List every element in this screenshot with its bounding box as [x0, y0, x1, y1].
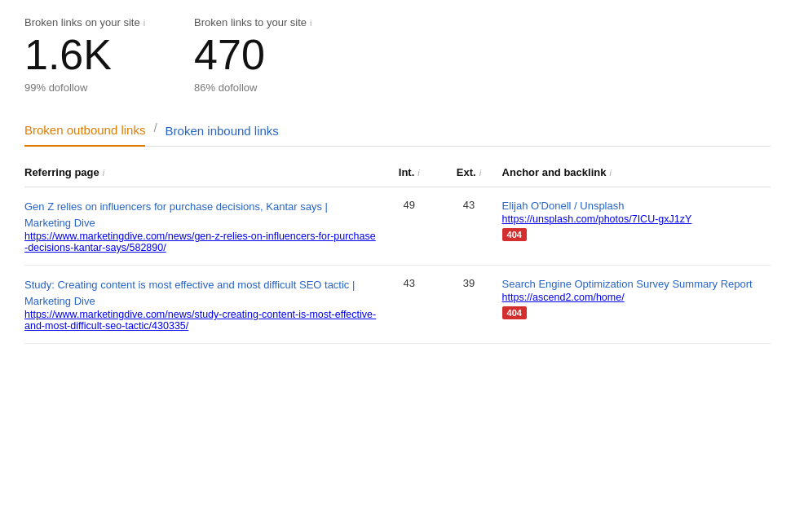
- cell-ext: 43: [442, 187, 501, 266]
- th-anchor: Anchor and backlink i: [502, 160, 771, 187]
- badge-404: 404: [502, 228, 527, 241]
- table-row: Study: Creating content is most effectiv…: [24, 266, 771, 344]
- stat-left-label: Broken links on your site i: [24, 16, 145, 29]
- th-int-info[interactable]: i: [417, 168, 419, 178]
- th-ext-info[interactable]: i: [479, 168, 481, 178]
- referring-url-link[interactable]: https://www.marketingdive.com/news/study…: [24, 309, 376, 332]
- th-anchor-info[interactable]: i: [609, 168, 611, 178]
- stat-left-sub: 99% dofollow: [24, 81, 145, 94]
- stat-broken-links-on-site: Broken links on your site i 1.6K 99% dof…: [24, 16, 145, 94]
- anchor-url[interactable]: https://unsplash.com/photos/7ICU-gxJ1zY: [502, 213, 764, 225]
- anchor-text[interactable]: Search Engine Optimization Survey Summar…: [502, 277, 764, 292]
- referring-page-link[interactable]: Study: Creating content is most effectiv…: [24, 279, 355, 307]
- tab-broken-inbound[interactable]: Broken inbound links: [166, 117, 279, 146]
- broken-links-table: Referring page i Int. i Ext. i Anchor an…: [24, 160, 771, 344]
- referring-url-link[interactable]: https://www.marketingdive.com/news/gen-z…: [24, 231, 376, 253]
- referring-page-link[interactable]: Gen Z relies on influencers for purchase…: [24, 200, 328, 229]
- stats-row: Broken links on your site i 1.6K 99% dof…: [24, 16, 771, 94]
- badge-404: 404: [502, 306, 527, 319]
- stat-left-value: 1.6K: [24, 32, 145, 78]
- tab-row: Broken outbound links / Broken inbound l…: [24, 117, 771, 147]
- th-int: Int. i: [382, 160, 442, 187]
- referring-url[interactable]: https://www.marketingdive.com/news/gen-z…: [24, 231, 376, 253]
- stat-right-info-icon[interactable]: i: [310, 18, 311, 28]
- th-ext: Ext. i: [442, 160, 501, 187]
- cell-referring-page: Study: Creating content is most effectiv…: [24, 266, 382, 344]
- stat-right-label: Broken links to your site i: [194, 16, 311, 29]
- cell-referring-page: Gen Z relies on influencers for purchase…: [24, 187, 382, 266]
- th-referring-page: Referring page i: [24, 160, 382, 187]
- anchor-url-link[interactable]: https://unsplash.com/photos/7ICU-gxJ1zY: [502, 213, 692, 225]
- tab-broken-outbound[interactable]: Broken outbound links: [24, 117, 145, 147]
- anchor-url-link[interactable]: https://ascend2.com/home/: [502, 292, 625, 303]
- referring-link-text[interactable]: Study: Creating content is most effectiv…: [24, 277, 376, 309]
- cell-anchor: Search Engine Optimization Survey Summar…: [502, 266, 771, 344]
- referring-link-text[interactable]: Gen Z relies on influencers for purchase…: [24, 199, 376, 231]
- cell-int: 49: [382, 187, 442, 266]
- referring-url[interactable]: https://www.marketingdive.com/news/study…: [24, 309, 376, 332]
- stat-left-info-icon[interactable]: i: [144, 18, 145, 28]
- table-row: Gen Z relies on influencers for purchase…: [24, 187, 771, 266]
- stat-right-sub: 86% dofollow: [194, 81, 311, 94]
- stat-right-value: 470: [194, 32, 311, 78]
- stat-right-label-text: Broken links to your site: [194, 16, 307, 29]
- stat-broken-links-to-site: Broken links to your site i 470 86% dofo…: [194, 16, 311, 94]
- stat-left-label-text: Broken links on your site: [24, 16, 140, 29]
- th-referring-info[interactable]: i: [103, 168, 104, 178]
- cell-anchor: Elijah O'Donell / Unsplash https://unspl…: [502, 187, 771, 266]
- cell-ext: 39: [442, 266, 501, 344]
- tab-separator: /: [153, 121, 157, 143]
- anchor-url[interactable]: https://ascend2.com/home/: [502, 292, 764, 303]
- anchor-text[interactable]: Elijah O'Donell / Unsplash: [502, 199, 764, 213]
- cell-int: 43: [382, 266, 442, 344]
